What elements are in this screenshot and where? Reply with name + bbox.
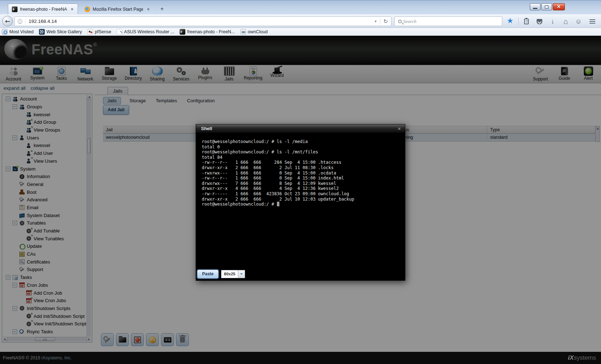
window-controls: ✕ [530,3,565,10]
web-slice-favicon [39,29,45,35]
close-icon[interactable]: ✕ [397,126,402,131]
navigation-bar: ← 192.168.4.14 ▼ ↻ Search ★ ↓ ⌂ ☺ [0,14,601,28]
tab-bar: freenas-photo - FreeNAS-9... × Mozilla F… [0,0,601,14]
bookmarks-toolbar: Most VisitedWeb Slice GallerypfSenseASUS… [0,28,601,36]
search-placeholder: Search [403,19,416,24]
bookmark-pfsense[interactable]: pfSense [87,29,111,35]
search-icon[interactable] [398,20,402,23]
terminal-size-select[interactable]: 80x25 [221,270,245,278]
pocket-button[interactable] [535,17,544,26]
bookmark-most-visited[interactable]: Most Visited [2,29,34,35]
tab-title: freenas-photo - FreeNAS-9... [20,7,67,12]
shell-terminal[interactable]: root@wesselphotoowncloud:/ # ls -l /medi… [196,133,405,280]
paste-button[interactable]: Paste [197,270,219,279]
minimize-button[interactable] [530,3,541,10]
back-button[interactable]: ← [2,16,13,26]
firefox-favicon [84,6,90,12]
reading-list-button[interactable] [522,17,531,26]
bookmark-web-slice-gallery[interactable]: Web Slice Gallery [39,29,82,35]
downloads-button[interactable]: ↓ [548,17,557,26]
owncloud-favicon [240,29,246,35]
most-visited-favicon [2,29,8,35]
close-window-button[interactable]: ✕ [553,3,565,10]
tab-firefox-start[interactable]: Mozilla Firefox Start Page × [81,5,154,14]
minimize-icon [533,8,537,9]
menu-button[interactable] [588,17,597,26]
freenas-shark-favicon [12,6,18,12]
bookmark-label: Web Slice Gallery [47,29,82,34]
tab-freenas[interactable]: freenas-photo - FreeNAS-9... × [8,4,78,15]
site-identity-globe-icon[interactable] [18,19,23,24]
reload-icon[interactable]: ↻ [380,18,391,25]
bookmark-label: pfSense [95,29,111,34]
pocket-icon [537,19,542,24]
browser-chrome: freenas-photo - FreeNAS-9... × Mozilla F… [0,0,601,36]
home-button[interactable]: ⌂ [561,17,570,26]
hamburger-menu-icon [590,19,595,24]
shell-title: Shell [196,124,405,133]
bookmark-label: ASUS Wireless Router ... [124,29,174,34]
terminal-output: root@wesselphotoowncloud:/ # ls -l /medi… [196,133,405,207]
shell-controls: Paste 80x25 [197,270,245,279]
bookmark-star-icon[interactable]: ★ [505,16,515,25]
asus-favicon [117,29,122,35]
bookmark-freenas-photo-freen[interactable]: freenas-photo - FreeN... [180,29,235,35]
bookmark-owncloud[interactable]: ownCloud [240,29,268,35]
close-tab-icon[interactable]: × [146,7,151,12]
url-bar[interactable]: 192.168.4.14 ▼ ↻ [14,16,391,26]
search-bar[interactable]: Search [394,16,502,26]
chevron-down-icon[interactable] [238,270,245,278]
restore-icon [545,5,548,9]
terminal-size-value: 80x25 [221,270,238,278]
screen: FreeNAS® AccountSystemTasksNetworkStorag… [0,0,601,364]
url-text[interactable]: 192.168.4.14 [25,18,371,25]
bookmark-label: freenas-photo - FreeN... [187,29,235,34]
bookmark-asus-wireless-router[interactable]: ASUS Wireless Router ... [117,29,174,35]
shell-titlebar[interactable]: Shell ✕ [196,124,405,133]
freenas-shark-favicon [180,29,185,35]
clipboard-icon [524,19,529,24]
restore-button[interactable] [541,3,552,10]
feedback-button[interactable]: ☺ [574,17,583,26]
terminal-cursor [277,202,279,206]
tab-title: Mozilla Firefox Start Page [93,7,143,12]
pfsense-favicon [87,29,93,35]
url-dropdown-icon[interactable]: ▼ [371,20,380,23]
shell-dialog: Shell ✕ root@wesselphotoowncloud:/ # ls … [196,124,405,281]
close-tab-icon[interactable]: × [69,7,75,12]
bookmark-label: ownCloud [248,29,268,34]
divider [518,18,519,25]
new-tab-button[interactable]: + [157,5,167,13]
bookmark-label: Most Visited [9,29,34,34]
